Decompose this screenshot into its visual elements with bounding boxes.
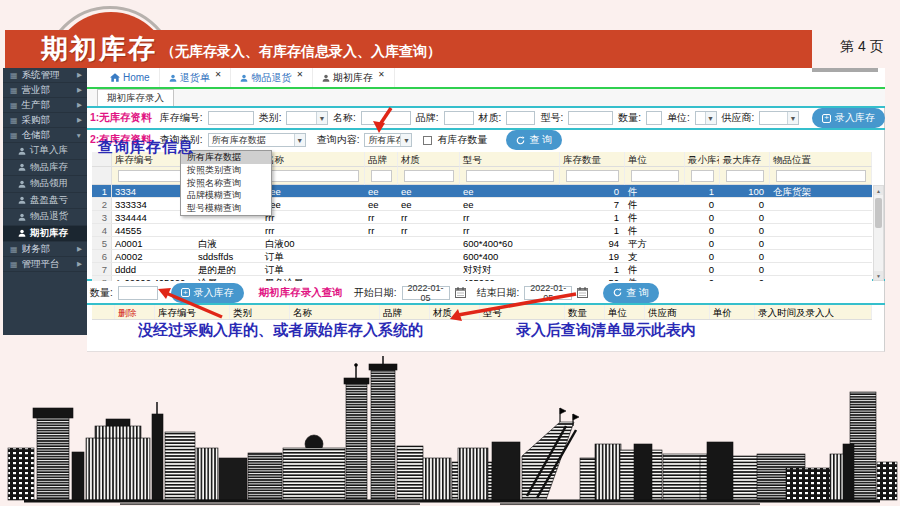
- dropdown-option[interactable]: 所有库存数据: [181, 151, 271, 164]
- 单位-select[interactable]: ▼: [695, 111, 717, 125]
- column-filter-input[interactable]: [776, 170, 866, 182]
- cell-min: 0: [685, 237, 720, 249]
- cell-material: [398, 263, 460, 275]
- add-stock-button[interactable]: +录入库存: [812, 108, 885, 128]
- cell-qty: 1: [560, 211, 625, 223]
- has-stock-checkbox[interactable]: [423, 136, 432, 145]
- entry-column-header: 名称: [290, 305, 380, 319]
- query-content-select[interactable]: 所有库存数据 ▼: [364, 133, 412, 147]
- sidebar-item[interactable]: ▦仓储部▼: [3, 128, 87, 143]
- table-scrollbar[interactable]: ▲ ▼: [873, 185, 884, 281]
- banner-shadow: [812, 68, 878, 72]
- quantity-input[interactable]: [118, 286, 158, 300]
- tab-物品退货[interactable]: 物品退货✕: [231, 68, 313, 87]
- row-number: 1: [92, 185, 112, 197]
- sidebar-item[interactable]: ▦营业部▶: [3, 83, 87, 98]
- filter-cell: [398, 167, 460, 185]
- cell-max: 0: [720, 198, 770, 210]
- sidebar-item[interactable]: ▦财务部▶: [3, 242, 87, 257]
- dropdown-option[interactable]: 按照类别查询: [181, 164, 271, 177]
- 材质-input[interactable]: [506, 111, 535, 125]
- table-row[interactable]: 5A0001白液白液00600*400*6094平方00: [92, 237, 872, 250]
- cell-qty: 1: [560, 263, 625, 275]
- tab-Home[interactable]: Home: [101, 68, 160, 87]
- scroll-up-icon[interactable]: ▲: [874, 186, 883, 195]
- sidebar-item[interactable]: 盘盈盘亏: [3, 193, 87, 210]
- sidebar-item[interactable]: ▦生产部▶: [3, 98, 87, 113]
- menu-icon: ▦: [10, 131, 18, 140]
- 供应商-select[interactable]: ▼: [759, 111, 799, 125]
- cell-min: 1: [685, 185, 720, 197]
- cell-material: [398, 276, 460, 281]
- tab-initial-stock-entry[interactable]: 期初库存录入: [97, 89, 174, 106]
- column-filter-input[interactable]: [466, 170, 554, 182]
- table-row[interactable]: 7dddd是的是的订单对对对1件00: [92, 263, 872, 276]
- chevron-right-icon: ▶: [77, 116, 82, 124]
- cell-model: 600*400*60: [460, 237, 560, 249]
- sidebar-item[interactable]: ▦采购部▶: [3, 113, 87, 128]
- sidebar-item[interactable]: 物品领用: [3, 176, 87, 193]
- scrollbar-thumb[interactable]: [875, 198, 882, 228]
- table-row[interactable]: 8A-02002 405020冷屏黑色冷屏40502050件00: [92, 276, 872, 281]
- quantity-label: 数量:: [90, 286, 113, 300]
- calendar-icon[interactable]: [455, 287, 466, 298]
- row-number: 5: [92, 237, 112, 249]
- cell-material: [398, 237, 460, 249]
- close-icon[interactable]: ✕: [296, 70, 303, 79]
- start-date-input[interactable]: 2022-01-05: [402, 286, 450, 300]
- column-filter-input[interactable]: [691, 170, 714, 182]
- plus-icon: +: [822, 114, 831, 123]
- field-label: 库存编号:: [160, 111, 203, 125]
- end-date-input[interactable]: 2022-01-05: [524, 286, 572, 300]
- 名称-input[interactable]: [361, 111, 411, 125]
- add-stock-button[interactable]: + 录入库存: [171, 283, 244, 303]
- 型号-input[interactable]: [568, 111, 613, 125]
- annotation-right-note: 录入后查询清单显示此表内: [516, 321, 696, 340]
- tab-期初库存[interactable]: 期初库存✕: [313, 68, 395, 87]
- sidebar-item[interactable]: ▦管理平台▶: [3, 257, 87, 272]
- column-filter-input[interactable]: [726, 170, 764, 182]
- person-icon: [18, 180, 26, 188]
- column-filter-input[interactable]: [404, 170, 454, 182]
- cell-location: [770, 263, 872, 275]
- table-row[interactable]: 6A0002sddsffds订单600*40019支00: [92, 250, 872, 263]
- cell-min: 0: [685, 263, 720, 275]
- entry-query-button[interactable]: 查 询: [603, 283, 659, 303]
- 库存编号-input[interactable]: [208, 111, 254, 125]
- query-type-select[interactable]: 所有库存数据 ▼: [208, 133, 306, 147]
- 数量-input[interactable]: [646, 111, 662, 125]
- column-filter-input[interactable]: [371, 170, 392, 182]
- sidebar-item[interactable]: 物品库存: [3, 160, 87, 177]
- cell-unit: 件: [625, 198, 685, 210]
- column-filter-input[interactable]: [118, 170, 189, 182]
- close-icon[interactable]: ✕: [215, 70, 222, 79]
- column-filter-input[interactable]: [566, 170, 619, 182]
- chevron-right-icon: ▶: [77, 71, 82, 79]
- column-filter-input[interactable]: [631, 170, 679, 182]
- table-row[interactable]: 444555rrrrrrrrr1件00: [92, 224, 872, 237]
- cell-qty: 19: [560, 250, 625, 262]
- sidebar-item[interactable]: ▦系统管理▶: [3, 68, 87, 83]
- dropdown-option[interactable]: 品牌模糊查询: [181, 189, 271, 202]
- cell-max: 0: [720, 250, 770, 262]
- close-icon[interactable]: ✕: [378, 70, 385, 79]
- filter-cell: [262, 167, 365, 185]
- entry-column-header: 库存编号: [155, 305, 230, 319]
- cell-cat: 冷屏: [195, 276, 262, 281]
- tab-退货单[interactable]: 退货单✕: [160, 68, 232, 87]
- 类别-select[interactable]: ▼: [286, 111, 328, 125]
- query-button[interactable]: 查 询: [506, 130, 562, 150]
- dropdown-option[interactable]: 按照名称查询: [181, 177, 271, 190]
- scroll-down-icon[interactable]: ▼: [874, 271, 883, 280]
- 品牌-input[interactable]: [444, 111, 474, 125]
- column-header: 名称: [262, 152, 365, 167]
- sidebar-item[interactable]: 物品退货: [3, 209, 87, 226]
- cell-unit: 件: [625, 276, 685, 281]
- column-filter-input[interactable]: [268, 170, 359, 182]
- calendar-icon[interactable]: [577, 287, 588, 298]
- sidebar-item[interactable]: 期初库存: [3, 226, 87, 243]
- cell-model: ee: [460, 198, 560, 210]
- sidebar-item[interactable]: 订单入库: [3, 143, 87, 160]
- dropdown-option[interactable]: 型号模糊查询: [181, 202, 271, 215]
- plus-icon: +: [181, 288, 190, 297]
